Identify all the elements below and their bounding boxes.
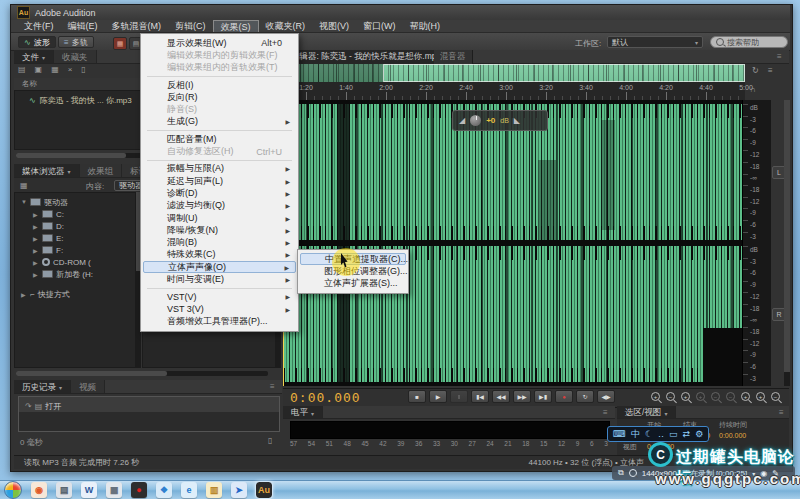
tree-expand-icon[interactable]: ▶ [33,223,39,230]
media-scrollbar[interactable] [16,371,268,376]
selection-panel-tab-0[interactable]: 选区/视图▾ [617,406,676,418]
snap-magnet-icon[interactable]: ∩ [750,85,756,94]
keyboard-icon[interactable]: ⌨ [613,429,626,439]
tree-expand-icon[interactable]: ▶ [33,211,39,218]
effects-menu-item-9[interactable]: 匹配音量(M) [141,133,298,145]
gain-knob[interactable] [470,115,481,126]
spectral-frequency-icon[interactable]: ▦ [113,37,127,50]
switch-icon[interactable]: ⇄ [683,429,691,439]
import-file-icon[interactable]: ▣ [35,65,43,77]
title-bar[interactable]: Au Adobe Audition [11,5,790,20]
effects-menu-item-15[interactable]: 滤波与均衡(Q)▶ [141,200,298,212]
multitrack-view-button[interactable]: ≡ 多轨 [58,36,94,48]
tree-expand-icon[interactable]: ▶ [33,247,39,254]
files-panel-tab-1[interactable]: 收藏夹 [54,50,97,63]
rewind-button[interactable]: ◀◀ [492,390,510,403]
selection-value[interactable]: 0:00.000 [719,432,771,439]
word-icon[interactable]: W [81,482,97,498]
play-button[interactable]: ▶ [429,390,447,403]
tree-drive-3[interactable]: ▶F: [21,244,135,256]
settings-wrench-icon[interactable]: ⚙ [695,429,703,439]
timeline-ruler[interactable]: 1:201:402:002:202:403:003:203:404:004:20… [283,82,745,101]
hud-gain-control[interactable]: ◢ +0 dB ◣ [452,110,548,131]
history-item[interactable]: ↷ ▤ 打开 [19,397,279,412]
organizer-icon[interactable]: ▥ [206,482,222,498]
tree-shortcuts[interactable]: ▶⌐快捷方式 [21,288,135,300]
menubar-item-5[interactable]: 收藏夹(R) [259,20,313,32]
fade-out-icon[interactable]: ◣ [514,116,520,125]
zoom-selection-out-button[interactable]: − [770,391,782,403]
effects-menu-item-0[interactable]: 显示效果组(W)Alt+0 [141,37,298,49]
zoom-out-button[interactable]: − [665,391,677,403]
stop-button[interactable]: ■ [408,390,426,403]
soft-keyboard-icon[interactable]: ▭ [669,429,678,439]
open-file-icon[interactable]: ▤ [18,65,26,77]
overview-menu-icon[interactable]: ≡ [768,66,773,75]
tree-drive-0[interactable]: ▶C: [21,208,135,220]
menubar-item-6[interactable]: 视图(V) [312,20,356,32]
audition-taskbar-icon[interactable]: Au [256,482,272,498]
zoom-selection-button[interactable]: + [755,391,767,403]
menubar-item-0[interactable]: 文件(F) [17,20,61,32]
menubar-item-1[interactable]: 编辑(E) [61,20,105,32]
zoom-selection-in-button[interactable]: + [740,391,752,403]
effects-menu-item-7[interactable]: 生成(G)▶ [141,116,298,128]
vertical-zoom-scrollbar[interactable] [784,100,790,386]
screen-recorder-icon[interactable]: ◉ [31,482,47,498]
record-button[interactable]: ● [555,390,573,403]
effects-menu-item-20[interactable]: 立体声声像(O)▶ [143,261,296,273]
tree-expand-icon[interactable]: ▶ [33,271,39,278]
levels-panel-tab-0[interactable]: 电平▾ [283,406,323,418]
history-panel-tab-0[interactable]: 历史记录▾ [14,380,71,393]
media-player-icon[interactable]: ❖ [156,482,172,498]
effects-menu-item-12[interactable]: 振幅与压限(A)▶ [141,163,298,175]
start-button[interactable] [4,481,22,499]
record-app-icon[interactable]: ● [131,482,147,498]
selection-panel-menu-icon[interactable]: ≡ [779,408,796,417]
zoom-in-button[interactable]: + [650,391,662,403]
new-file-icon[interactable]: ▦ [51,65,59,77]
help-search-input[interactable]: 搜索帮助 [710,36,788,48]
stereo-submenu-item-2[interactable]: 立体声扩展器(S)... [298,278,408,290]
effects-menu-item-24[interactable]: VST 3(V)▶ [141,303,298,315]
effects-menu-item-18[interactable]: 混响(B)▶ [141,236,298,248]
waveform-display[interactable] [283,100,742,386]
tree-expand-icon[interactable]: ▶ [21,291,27,298]
media-panel-tab-1[interactable]: 效果组 [80,164,123,177]
time-display[interactable]: 0:00.000 [290,390,361,405]
overview-view-range[interactable] [383,64,745,82]
chinese-mode-icon[interactable]: 中 [631,428,640,441]
tree-drive-5[interactable]: ▶新加卷 (H: [21,268,135,280]
effects-menu-item-25[interactable]: 音频增效工具管理器(P)... [141,315,298,327]
tree-drive-2[interactable]: ▶E: [21,232,135,244]
waveform-overview[interactable] [283,64,745,82]
ime-language-bar[interactable]: ⌨中☾‥▭⇄⚙ [607,426,709,442]
effects-menu-item-4[interactable]: 反相(I) [141,79,298,91]
close-file-icon[interactable]: × [68,65,73,77]
overview-refresh-icon[interactable]: ↻ [752,66,759,75]
effects-menu-item-13[interactable]: 延迟与回声(L)▶ [141,175,298,187]
thunder-icon[interactable]: ➤ [231,482,247,498]
tree-expand-icon[interactable]: ▶ [33,259,39,266]
tree-expand-icon[interactable]: ▶ [33,235,39,242]
fullwidth-icon[interactable]: ☾ [645,429,653,439]
menubar-item-3[interactable]: 剪辑(C) [168,20,213,32]
skip-to-end-button[interactable]: ▶▮ [534,390,552,403]
effects-menu-item-21[interactable]: 时间与变调(E)▶ [141,273,298,285]
editor-panel-menu-icon[interactable]: ≡ [777,52,796,61]
mixer-tab[interactable]: 混音器 [434,50,473,64]
tree-expand-icon[interactable]: ▼ [21,199,27,205]
files-panel-tab-0[interactable]: 文件▾ [14,50,54,63]
effects-menu-item-23[interactable]: VST(V)▶ [141,291,298,303]
menubar-item-8[interactable]: 帮助(H) [403,20,448,32]
fast-forward-button[interactable]: ▶▶ [513,390,531,403]
trash-icon[interactable]: ▯ [268,436,272,445]
loop-playback-button[interactable]: ↻ [576,390,594,403]
internet-explorer-icon[interactable]: e [181,482,197,498]
history-panel-tab-1[interactable]: 视频 [71,380,105,393]
menubar-item-7[interactable]: 窗口(W) [356,20,403,32]
tree-drive-4[interactable]: ▶CD-ROM ( [21,256,135,268]
menubar-item-2[interactable]: 多轨混音(M) [105,20,169,32]
tree-root-drives[interactable]: ▼驱动器 [21,196,135,208]
recorder-zoom-icon[interactable] [629,469,637,477]
